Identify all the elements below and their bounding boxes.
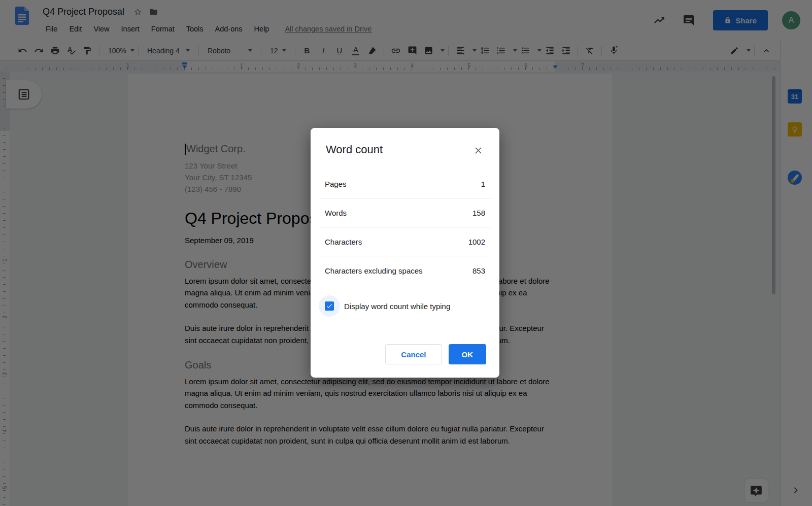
stat-row-characters: Characters 1002 <box>311 227 499 256</box>
stat-row-characters-no-spaces: Characters excluding spaces 853 <box>311 256 499 285</box>
word-count-dialog: Word count Pages 1 Words 158 Characters … <box>311 128 499 378</box>
dialog-title: Word count <box>311 128 499 156</box>
checkbox-checked-icon <box>325 301 334 311</box>
display-word-count-checkbox[interactable]: Display word count while typing <box>319 295 499 317</box>
checkbox-halo <box>319 295 340 317</box>
checkbox-label: Display word count while typing <box>344 302 450 311</box>
google-docs-app: Q4 Project Proposal File Edit View Inser… <box>0 0 812 506</box>
divider <box>319 285 491 285</box>
cancel-button[interactable]: Cancel <box>385 344 442 364</box>
stat-row-pages: Pages 1 <box>311 170 499 198</box>
close-icon <box>473 145 484 156</box>
ok-button[interactable]: OK <box>449 344 487 364</box>
close-dialog-button[interactable] <box>472 144 484 156</box>
stat-row-words: Words 158 <box>311 198 499 227</box>
